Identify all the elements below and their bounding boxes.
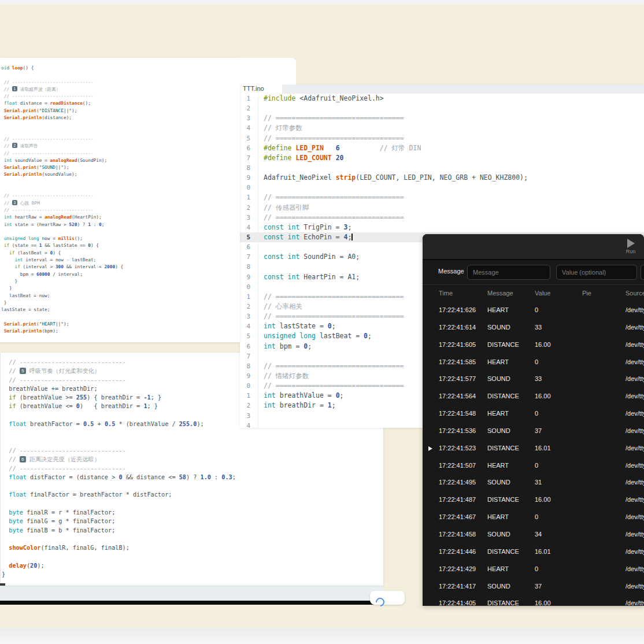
top-window-strip — [0, 0, 644, 4]
value-input[interactable] — [556, 265, 637, 280]
window-footer-bar — [0, 586, 383, 602]
cell-source: /dev/tty — [626, 388, 644, 405]
cell-value: 0 — [535, 509, 538, 526]
cell-message: DISTANCE — [487, 595, 519, 606]
code-line: // ------------------------------ — [2, 464, 381, 473]
table-row[interactable]: 17:22:41:417SOUND37/dev/tty — [423, 578, 644, 595]
line-number: 1 — [240, 94, 258, 103]
cell-message: SOUND — [487, 319, 510, 336]
cell-time: 17:22:41:467 — [439, 509, 476, 526]
code-line — [1, 179, 238, 186]
table-row[interactable]: 17:22:41:585HEART0/dev/tty — [423, 354, 644, 371]
line-number: 2 — [240, 203, 258, 213]
code-line: // 2 读取声音 — [1, 143, 238, 150]
table-row[interactable]: 17:22:41:487DISTANCE16.00/dev/tty — [423, 491, 644, 509]
line-number: 6 — [240, 242, 258, 252]
table-row[interactable]: 17:22:41:564DISTANCE16.00/dev/tty — [423, 388, 644, 405]
cell-time: 17:22:41:585 — [439, 354, 476, 371]
code-text: Adafruit_NeoPixel strip(LED_COUNT, LED_P… — [258, 173, 644, 183]
code-line: 2 — [240, 103, 644, 113]
text-cursor — [351, 234, 353, 240]
code-line — [1, 186, 238, 193]
line-number: 4 — [240, 123, 258, 133]
table-row[interactable]: 17:22:41:614SOUND33/dev/tty — [423, 319, 644, 336]
table-row[interactable]: 17:22:41:605DISTANCE16.00/dev/tty — [423, 336, 644, 354]
editor-tab-bar: TTT.ino — [240, 84, 644, 94]
table-row[interactable]: 17:22:41:429HEART0/dev/tty — [423, 561, 644, 578]
table-row[interactable]: 17:22:41:446DISTANCE16.01/dev/tty — [423, 543, 644, 561]
code-text: // 灯带参数 — [258, 123, 644, 133]
code-line: Serial.println(soundValue); — [1, 171, 238, 178]
cell-value: 37 — [535, 578, 542, 595]
code-text: // 传感器引脚 — [258, 203, 644, 213]
code-line: float distFactor = (distance > 0 && dist… — [2, 473, 381, 482]
code-line: showColor(finalR, finalG, finalB); — [2, 543, 381, 552]
code-window-loop-top — [240, 58, 296, 84]
line-number: 8 — [240, 262, 258, 272]
cell-source: /dev/tty — [626, 509, 644, 526]
row-marker-icon — [428, 446, 432, 451]
code-text: // ================================ — [258, 113, 644, 123]
message-form: Message — [423, 260, 644, 284]
line-number: 7 — [240, 351, 258, 361]
code-line: } — [1, 299, 238, 306]
cell-time: 17:22:41:429 — [439, 561, 476, 578]
table-row[interactable]: 17:22:41:467HEART0/dev/tty — [423, 509, 644, 526]
code-line: } — [2, 570, 381, 579]
cell-time: 17:22:41:405 — [439, 595, 476, 606]
cell-source: /dev/tty — [626, 405, 644, 423]
line-number: 4 — [240, 223, 258, 232]
code-line: Serial.print("HEART||"); — [1, 321, 238, 328]
line-number: 9 — [240, 371, 258, 381]
cell-source: /dev/tty — [626, 354, 644, 371]
cell-source: /dev/tty — [626, 595, 644, 606]
table-row[interactable]: 17:22:41:523DISTANCE16.01/dev/tty — [423, 440, 644, 457]
header-source: Source — [626, 285, 644, 302]
table-row[interactable]: 17:22:41:626HEART0/dev/tty — [423, 302, 644, 319]
run-button[interactable]: Run — [621, 238, 641, 257]
line-number: 0 — [240, 183, 258, 193]
cell-time: 17:22:41:507 — [439, 457, 476, 475]
cell-value: 0 — [535, 302, 538, 319]
cell-time: 17:22:41:626 — [439, 302, 476, 319]
panel-toolbar: Run — [423, 234, 644, 260]
line-number: 9 — [240, 173, 258, 183]
message-input[interactable] — [467, 265, 550, 280]
tab-ttt-ino[interactable]: TTT.ino — [240, 84, 282, 94]
code-line: 2// 传感器引脚 — [240, 203, 644, 213]
cell-value: 34 — [535, 526, 542, 543]
code-line: Serial.println(distance); — [1, 114, 238, 121]
cell-message: SOUND — [487, 371, 510, 388]
extra-input[interactable] — [641, 265, 644, 280]
run-button-label: Run — [621, 249, 641, 254]
cell-message: SOUND — [487, 578, 510, 595]
code-line: float finalFactor = breathFactor * distF… — [2, 490, 381, 499]
cell-message: HEART — [487, 354, 509, 371]
cell-value: 0 — [535, 405, 538, 423]
line-number: 3 — [240, 411, 258, 421]
table-row[interactable]: 17:22:41:507HEART0/dev/tty — [423, 457, 644, 475]
cell-message: DISTANCE — [487, 491, 519, 509]
code-line — [1, 228, 238, 235]
table-row[interactable]: 17:22:41:548HEART0/dev/tty — [423, 405, 644, 423]
cell-value: 37 — [535, 423, 542, 440]
table-row[interactable]: 17:22:41:577SOUND33/dev/tty — [423, 371, 644, 388]
numbered-badge: 3 — [12, 200, 17, 205]
play-icon — [627, 239, 635, 248]
cell-source: /dev/tty — [626, 423, 644, 440]
line-number: 3 — [240, 213, 258, 223]
table-row[interactable]: 17:22:41:405DISTANCE16.00/dev/tty — [423, 595, 644, 606]
code-line: int heartRaw = analogRead(HeartPin); — [1, 214, 238, 221]
bottom-dock-strip — [0, 628, 644, 644]
table-row[interactable]: 17:22:41:536SOUND37/dev/tty — [423, 423, 644, 440]
screen: // ------------------------------ // 5 呼… — [0, 0, 644, 644]
code-line: 7#define LED_COUNT 20 — [240, 153, 644, 163]
table-row[interactable]: 17:22:41:495SOUND31/dev/tty — [423, 474, 644, 491]
table-row[interactable]: 17:22:41:458SOUND34/dev/tty — [423, 526, 644, 543]
code-line: 4const int TrigPin = 3; — [240, 223, 644, 232]
cell-time: 17:22:41:564 — [439, 388, 476, 405]
cell-source: /dev/tty — [626, 526, 644, 543]
cell-value: 16.00 — [535, 491, 551, 509]
cell-source: /dev/tty — [626, 302, 644, 319]
code-block-loop[interactable]: oid loop() { // ------------------------… — [1, 65, 238, 341]
